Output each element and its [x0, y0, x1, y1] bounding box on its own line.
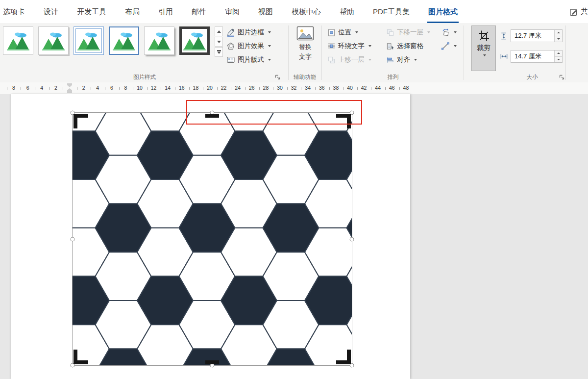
wrap-text-button[interactable]: 环绕文字	[325, 40, 373, 52]
document-page[interactable]	[11, 94, 410, 379]
ruler-tick	[385, 87, 386, 90]
chevron-down-icon	[454, 45, 457, 47]
picture-style-preview	[183, 31, 206, 51]
alt-text-image-icon	[296, 26, 314, 42]
ruler-number: 16	[179, 85, 185, 91]
picture-style-thumbnail[interactable]	[109, 26, 139, 55]
ribbon-tab[interactable]: 邮件	[192, 0, 206, 23]
ribbon-tab[interactable]: 设计	[44, 0, 58, 23]
crop-handle-top-left[interactable]	[74, 114, 77, 128]
picture-style-thumbnail[interactable]	[179, 26, 210, 55]
crop-handle-top-right[interactable]	[347, 114, 351, 128]
document-area	[0, 94, 588, 379]
height-input[interactable]: 12.7 厘米	[511, 29, 563, 42]
selection-pane-button[interactable]: 选择窗格	[384, 40, 425, 52]
ribbon-tab[interactable]: 引用	[158, 0, 173, 23]
horizontal-ruler[interactable]: 8642246810121416182022242628303234363840…	[0, 82, 588, 95]
height-stepper	[554, 30, 562, 42]
word-window: 选项卡设计开发工具布局引用邮件审阅视图模板中心帮助PDF工具集图片格式 共 图片…	[0, 0, 588, 379]
chevron-down-icon	[268, 31, 271, 33]
picture-style-thumbnail[interactable]	[74, 26, 104, 55]
picture-effects-button[interactable]: 图片效果	[224, 40, 273, 52]
ruler-number: 6	[110, 85, 113, 91]
ruler-tick	[301, 87, 301, 90]
ruler-number: 24	[235, 85, 241, 91]
crop-label: 裁剪	[477, 44, 490, 52]
gallery-scroll-controls	[215, 26, 223, 57]
crop-handle-bottom-left[interactable]	[74, 350, 77, 364]
ribbon-tab[interactable]: 视图	[258, 0, 273, 23]
size-dialog-launcher-icon[interactable]	[559, 74, 565, 80]
ruler-number: 44	[375, 85, 381, 91]
crop-handle-bottom-right[interactable]	[347, 350, 351, 364]
picture-style-thumbnail[interactable]	[144, 26, 174, 55]
ruler-number: 14	[165, 85, 171, 91]
height-decrease-button[interactable]	[555, 36, 562, 42]
ribbon-tab[interactable]: 模板中心	[292, 0, 321, 23]
picture-styles-dialog-launcher-icon[interactable]	[274, 74, 281, 80]
crop-button[interactable]: 裁剪	[471, 25, 496, 71]
ribbon-tab-picture-format[interactable]: 图片格式	[428, 0, 458, 23]
ruler-number: 6	[26, 85, 29, 91]
shape-line-button[interactable]	[439, 40, 459, 52]
rotate-objects-button[interactable]	[439, 26, 459, 39]
alt-text-label-line1: 替换	[299, 43, 312, 51]
align-button[interactable]: 对齐	[384, 53, 419, 66]
ruler-number: 36	[319, 85, 325, 91]
chevron-down-icon	[414, 59, 417, 61]
group-separator	[288, 25, 289, 80]
picture-layout-button[interactable]: 图片版式	[224, 53, 273, 66]
height-increase-button[interactable]	[555, 30, 562, 36]
width-input[interactable]: 14.7 厘米	[511, 50, 563, 63]
group-label-picture-styles: 图片样式	[133, 74, 156, 81]
width-stepper	[554, 51, 562, 62]
ruler-tick	[161, 87, 161, 90]
crop-handle-top[interactable]	[205, 114, 219, 118]
ruler-tick	[175, 87, 175, 90]
ribbon-tab[interactable]: 开发工具	[77, 0, 106, 23]
share-area[interactable]: 共	[569, 0, 588, 23]
bring-forward-button[interactable]: 上移一层	[325, 53, 373, 66]
position-label: 位置	[338, 28, 351, 37]
ribbon-tab[interactable]: 帮助	[340, 0, 354, 23]
ruler-number: 4	[40, 85, 43, 91]
ruler-tick	[273, 87, 273, 90]
selection-handle-left[interactable]	[71, 237, 75, 241]
ruler-tick	[287, 87, 288, 90]
picture-border-button[interactable]: 图片边框	[224, 26, 273, 39]
picture-style-thumbnail[interactable]	[38, 26, 69, 55]
alt-text-button[interactable]: 替换 文字	[291, 26, 319, 71]
ruler-tick	[371, 87, 371, 90]
position-button[interactable]: 位置	[325, 26, 360, 39]
ribbon-tab[interactable]: 布局	[125, 0, 140, 23]
ribbon-tab[interactable]: PDF工具集	[373, 0, 410, 23]
ruler-number: 28	[263, 85, 269, 91]
width-increase-button[interactable]	[555, 51, 562, 56]
ribbon-tab[interactable]: 审阅	[225, 0, 240, 23]
picture-border-icon	[226, 28, 235, 37]
ruler-number: 12	[151, 85, 157, 91]
ruler-number: 2	[54, 85, 57, 91]
gallery-more-icon[interactable]	[215, 47, 223, 57]
width-decrease-button[interactable]	[555, 56, 562, 63]
selection-handle-right[interactable]	[350, 237, 354, 241]
selected-picture[interactable]	[73, 113, 352, 365]
ruler-tick	[231, 87, 231, 90]
ruler-number: 22	[221, 85, 227, 91]
chevron-down-icon	[268, 45, 271, 47]
gallery-scroll-up-icon[interactable]	[215, 26, 223, 36]
first-line-indent-marker[interactable]	[67, 83, 72, 87]
ruler-tick	[7, 87, 7, 90]
ruler-number: 2	[82, 85, 85, 91]
hanging-indent-marker[interactable]	[67, 88, 72, 93]
ruler-tick	[21, 87, 21, 90]
gallery-scroll-down-icon[interactable]	[215, 37, 223, 47]
ruler-tick	[91, 87, 91, 90]
crop-handle-bottom[interactable]	[205, 360, 219, 364]
picture-style-thumbnail[interactable]	[3, 26, 33, 55]
group-label-accessibility: 辅助功能	[294, 74, 316, 81]
send-backward-button[interactable]: 下移一层	[384, 26, 432, 39]
chevron-down-icon	[355, 31, 358, 33]
ribbon-tab-bar: 选项卡设计开发工具布局引用邮件审阅视图模板中心帮助PDF工具集图片格式	[0, 0, 588, 24]
ribbon-tab[interactable]: 选项卡	[3, 0, 25, 23]
